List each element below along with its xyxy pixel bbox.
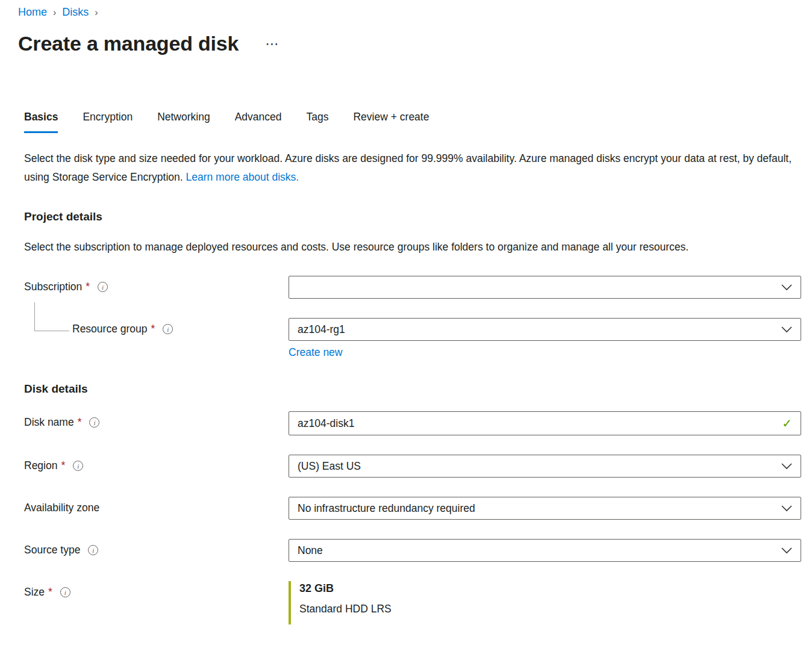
basics-form: Subscription * i — [24, 276, 801, 624]
info-icon[interactable]: i — [73, 461, 83, 471]
hierarchy-connector-line — [34, 302, 69, 331]
availability-zone-row: Availability zone No infrastructure redu… — [24, 497, 801, 520]
resource-group-dropdown[interactable]: az104-rg1 — [289, 318, 801, 341]
source-type-value: None — [298, 544, 774, 557]
region-label: Region — [24, 459, 57, 472]
breadcrumb-separator-icon: › — [95, 7, 98, 18]
availability-zone-dropdown[interactable]: No infrastructure redundancy required — [289, 497, 801, 520]
source-type-label: Source type — [24, 544, 80, 556]
size-selector[interactable]: 32 GiB Standard HDD LRS — [289, 581, 801, 624]
source-type-row: Source type i None — [24, 539, 801, 562]
chevron-down-icon — [781, 284, 792, 291]
availability-zone-value: No infrastructure redundancy required — [298, 502, 774, 515]
info-icon[interactable]: i — [163, 324, 173, 334]
resource-group-label: Resource group — [72, 323, 148, 335]
intro-text: Select the disk type and size needed for… — [24, 149, 798, 187]
region-label-group: Region * i — [24, 455, 289, 472]
tab-review-create[interactable]: Review + create — [353, 111, 429, 133]
tab-content-basics: Select the disk type and size needed for… — [24, 149, 801, 624]
intro-description: Select the disk type and size needed for… — [24, 152, 792, 183]
subscription-label-group: Subscription * i — [24, 276, 289, 293]
disk-name-field: az104-disk1 ✓ — [289, 411, 801, 435]
title-row: Create a managed disk ⋯ — [18, 32, 801, 55]
source-type-dropdown[interactable]: None — [289, 539, 801, 562]
required-asterisk: * — [61, 459, 65, 472]
breadcrumb-disks-link[interactable]: Disks — [62, 6, 89, 19]
disk-name-row: Disk name * i az104-disk1 ✓ — [24, 411, 801, 435]
breadcrumb-separator-icon: › — [53, 7, 56, 18]
learn-more-disks-link[interactable]: Learn more about disks. — [186, 171, 299, 183]
tab-encryption[interactable]: Encryption — [83, 111, 133, 133]
chevron-down-icon — [781, 547, 792, 554]
subscription-field — [289, 276, 801, 299]
size-row: Size * i 32 GiB Standard HDD LRS — [24, 581, 801, 624]
disk-name-label: Disk name — [24, 416, 74, 429]
subscription-row: Subscription * i — [24, 276, 801, 299]
info-icon[interactable]: i — [98, 282, 108, 292]
region-value: (US) East US — [298, 460, 774, 473]
info-icon[interactable]: i — [88, 545, 98, 555]
disk-name-value: az104-disk1 — [298, 417, 775, 430]
required-asterisk: * — [48, 586, 52, 599]
chevron-down-icon — [781, 505, 792, 512]
disk-name-label-group: Disk name * i — [24, 411, 289, 429]
resource-group-row: Resource group * i az104-rg1 Create new — [24, 318, 801, 359]
size-label-group: Size * i — [24, 581, 289, 599]
create-new-resource-group-link[interactable]: Create new — [289, 346, 343, 359]
wizard-tabs: Basics Encryption Networking Advanced Ta… — [24, 111, 801, 133]
subscription-group: Subscription * i — [24, 276, 801, 359]
resource-group-field: az104-rg1 Create new — [289, 318, 801, 359]
chevron-down-icon — [781, 326, 792, 333]
chevron-down-icon — [781, 463, 792, 470]
disk-details-heading: Disk details — [24, 382, 801, 396]
region-dropdown[interactable]: (US) East US — [289, 455, 801, 478]
breadcrumb: Home › Disks › — [18, 6, 801, 19]
valid-check-icon: ✓ — [782, 416, 792, 431]
breadcrumb-home-link[interactable]: Home — [18, 6, 47, 19]
project-details-description: Select the subscription to manage deploy… — [24, 238, 795, 257]
required-asterisk: * — [151, 323, 155, 335]
size-label: Size — [24, 586, 45, 599]
resource-group-value: az104-rg1 — [298, 323, 774, 336]
availability-zone-label: Availability zone — [24, 502, 99, 514]
disk-name-input[interactable]: az104-disk1 ✓ — [289, 411, 801, 435]
info-icon[interactable]: i — [89, 417, 99, 428]
subscription-label: Subscription — [24, 281, 82, 293]
required-asterisk: * — [86, 281, 90, 293]
create-managed-disk-page: Home › Disks › Create a managed disk ⋯ B… — [0, 0, 812, 624]
availability-zone-label-group: Availability zone — [24, 497, 289, 514]
tab-advanced[interactable]: Advanced — [235, 111, 282, 133]
info-icon[interactable]: i — [60, 587, 70, 597]
tab-networking[interactable]: Networking — [157, 111, 210, 133]
size-value: 32 GiB — [299, 582, 801, 595]
availability-zone-field: No infrastructure redundancy required — [289, 497, 801, 520]
region-field: (US) East US — [289, 455, 801, 478]
more-options-button[interactable]: ⋯ — [264, 35, 281, 53]
page-title: Create a managed disk — [18, 32, 239, 55]
project-details-heading: Project details — [24, 210, 801, 223]
tab-basics[interactable]: Basics — [24, 111, 58, 133]
region-row: Region * i (US) East US — [24, 455, 801, 478]
tab-tags[interactable]: Tags — [307, 111, 329, 133]
subscription-dropdown[interactable] — [289, 276, 801, 299]
size-sku: Standard HDD LRS — [299, 603, 801, 615]
size-field: 32 GiB Standard HDD LRS — [289, 581, 801, 624]
source-type-field: None — [289, 539, 801, 562]
source-type-label-group: Source type i — [24, 539, 289, 556]
required-asterisk: * — [78, 416, 82, 429]
